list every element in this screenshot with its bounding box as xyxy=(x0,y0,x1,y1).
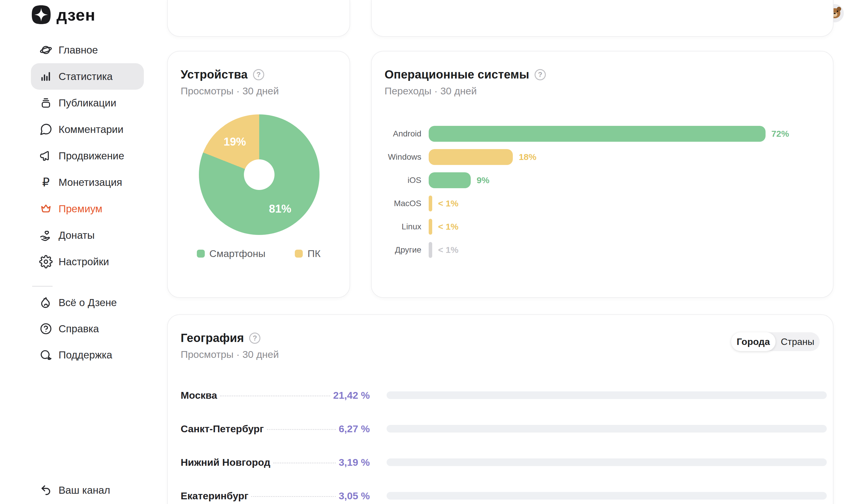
your-channel-label: Ваш канал xyxy=(59,484,110,496)
gear-icon xyxy=(39,255,53,268)
sidebar-divider xyxy=(32,286,53,287)
dotted-leader xyxy=(267,429,336,430)
os-category-label: MacOS xyxy=(379,199,421,208)
devices-card-subtitle: Просмотры · 30 дней xyxy=(181,85,279,97)
bar-android xyxy=(429,126,765,142)
bar-linux xyxy=(429,219,432,235)
help-icon[interactable]: ? xyxy=(249,332,261,344)
flame-icon xyxy=(39,296,53,309)
bar-chart-icon xyxy=(39,70,53,83)
bar-value: < 1% xyxy=(438,199,458,209)
sidebar-item-main[interactable]: Главное xyxy=(31,37,144,63)
bar-macos xyxy=(429,196,432,211)
bar-track xyxy=(387,425,827,433)
os-card-subtitle: Переходы · 30 дней xyxy=(384,85,546,97)
os-row-windows: Windows 18% xyxy=(379,145,826,168)
sidebar-item-label: Комментарии xyxy=(59,124,123,135)
geo-row-nnovgorod: Нижний Новгород 3,19 % xyxy=(181,445,827,479)
os-category-label: Android xyxy=(379,129,421,139)
question-circle-icon xyxy=(39,322,53,336)
legend-label: Смартфоны xyxy=(209,248,266,259)
sidebar-item-label: Главное xyxy=(59,44,98,56)
geo-row-ekaterinburg: Екатеринбург 3,05 % xyxy=(181,479,827,504)
sidebar-item-statistics[interactable]: Статистика xyxy=(31,63,144,90)
sidebar-item-publications[interactable]: Публикации xyxy=(31,90,144,116)
os-category-label: iOS xyxy=(379,176,421,185)
chat-bubbles-icon xyxy=(39,348,53,362)
city-value: 21,42 % xyxy=(333,390,370,401)
devices-donut: 19% 81% xyxy=(199,114,320,235)
back-arrow-icon xyxy=(39,483,53,497)
os-row-macos: MacOS < 1% xyxy=(379,192,826,215)
dzen-logo[interactable]: дзен xyxy=(31,5,95,25)
dotted-leader xyxy=(273,462,336,464)
ruble-icon: ₽ xyxy=(39,176,53,189)
geo-card-title: География xyxy=(181,331,244,344)
city-label: Москва xyxy=(181,390,217,401)
os-category-label: Linux xyxy=(379,222,421,232)
sidebar-item-label: Продвижение xyxy=(59,150,124,162)
megaphone-icon xyxy=(39,149,53,163)
sidebar-item-label: Монетизация xyxy=(59,176,122,188)
pie-label-smartphones: 81% xyxy=(269,203,291,215)
donut-hole xyxy=(244,160,275,190)
geo-toggle: Города Страны xyxy=(731,332,820,351)
dotted-leader xyxy=(251,496,336,497)
sidebar-item-label: Справка xyxy=(59,323,99,335)
sidebar-item-settings[interactable]: Настройки xyxy=(31,248,144,275)
sidebar-item-label: Всё о Дзене xyxy=(59,297,117,308)
os-row-linux: Linux < 1% xyxy=(379,215,826,238)
city-value: 3,19 % xyxy=(339,457,370,468)
bar-track xyxy=(387,391,827,399)
geo-row-spb: Санкт-Петербург 6,27 % xyxy=(181,412,827,445)
city-label: Санкт-Петербург xyxy=(181,423,264,435)
toggle-countries[interactable]: Страны xyxy=(775,332,820,351)
bar-ios xyxy=(429,172,471,188)
devices-legend: Смартфоны ПК xyxy=(168,248,349,259)
devices-card: Устройства ? Просмотры · 30 дней 19% 81%… xyxy=(167,51,350,298)
sidebar-item-support[interactable]: Поддержка xyxy=(31,342,144,368)
city-value: 6,27 % xyxy=(339,423,370,435)
sidebar-item-premium[interactable]: Премиум xyxy=(31,196,144,222)
legend-swatch-yellow xyxy=(295,250,303,258)
os-category-label: Другие xyxy=(379,245,421,255)
os-card-title: Операционные системы xyxy=(384,68,529,81)
dzen-star-icon xyxy=(31,5,51,25)
dzen-statistics-page: дзен 99+ Главное xyxy=(0,0,865,504)
sidebar-item-comments[interactable]: Комментарии xyxy=(31,116,144,143)
publications-icon xyxy=(39,96,53,110)
sidebar-item-label: Донаты xyxy=(59,230,95,241)
scrolled-card-partial xyxy=(371,0,833,37)
sidebar-item-donations[interactable]: Донаты xyxy=(31,222,144,248)
bar-track xyxy=(387,492,827,500)
help-icon[interactable]: ? xyxy=(534,69,546,80)
devices-card-title: Устройства xyxy=(181,68,248,81)
help-icon[interactable]: ? xyxy=(253,69,264,80)
os-row-android: Android 72% xyxy=(379,122,826,145)
toggle-cities[interactable]: Города xyxy=(731,332,775,351)
sidebar-item-monetization[interactable]: ₽ Монетизация xyxy=(31,169,144,196)
legend-label: ПК xyxy=(308,248,320,259)
os-row-other: Другие < 1% xyxy=(379,238,826,261)
bar-value: 9% xyxy=(477,175,489,185)
sidebar-item-about-dzen[interactable]: Всё о Дзене xyxy=(31,289,144,316)
sidebar-item-help[interactable]: Справка xyxy=(31,316,144,342)
bar-value: 18% xyxy=(519,152,537,162)
geography-card: География ? Просмотры · 30 дней Города С… xyxy=(167,314,833,504)
sidebar-item-label: Поддержка xyxy=(59,349,112,361)
sidebar-nav: Главное Статистика Публикации Комментари… xyxy=(31,37,144,275)
os-category-label: Windows xyxy=(379,152,421,162)
bar-value: 72% xyxy=(771,129,789,139)
sidebar-item-promotion[interactable]: Продвижение xyxy=(31,143,144,169)
bar-value: < 1% xyxy=(438,222,458,232)
geo-row-moscow: Москва 21,42 % xyxy=(181,378,827,412)
bar-other xyxy=(429,242,432,258)
speech-bubble-icon xyxy=(39,122,53,136)
your-channel-link[interactable]: Ваш канал xyxy=(31,477,144,503)
sidebar-item-label: Публикации xyxy=(59,97,116,109)
operating-systems-card: Операционные системы ? Переходы · 30 дне… xyxy=(371,51,833,298)
sidebar-item-label: Премиум xyxy=(59,203,102,215)
bar-value: < 1% xyxy=(438,245,458,255)
dotted-leader xyxy=(220,396,330,396)
sidebar-item-label: Настройки xyxy=(59,256,109,268)
